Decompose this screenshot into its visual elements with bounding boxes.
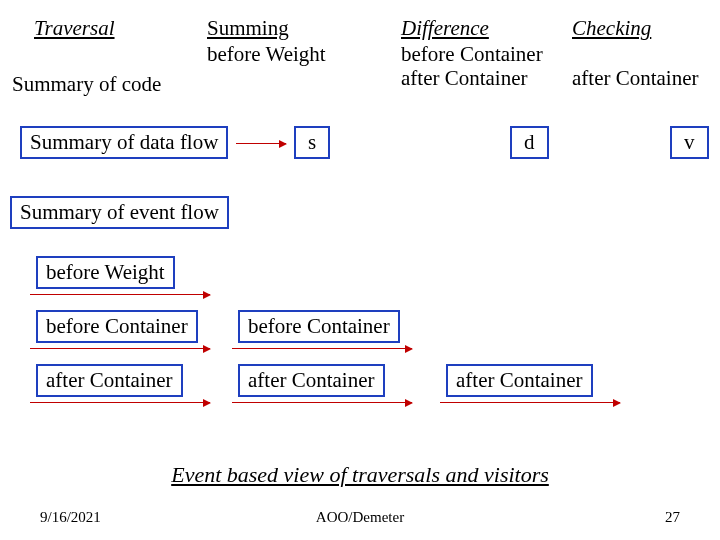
label-after-container-right: after Container: [456, 368, 583, 392]
heading-checking-sub: after Container: [572, 66, 699, 91]
heading-summing: Summing: [207, 16, 289, 41]
box-summary-of-data-flow-label: Summary of data flow: [30, 130, 218, 154]
letter-s: s: [308, 130, 316, 154]
heading-summing-sub: before Weight: [207, 42, 326, 67]
caption-text: Event based view of traversals and visit…: [171, 462, 549, 487]
footer-page: 27: [665, 509, 680, 526]
box-d: d: [510, 126, 549, 159]
arrow-icon: [232, 348, 412, 349]
box-after-container-mid: after Container: [238, 364, 385, 397]
arrow-icon: [30, 402, 210, 403]
box-v: v: [670, 126, 709, 159]
arrow-icon: [232, 402, 412, 403]
footer: 9/16/2021 AOO/Demeter 27: [0, 509, 720, 526]
label-summary-of-code: Summary of code: [12, 72, 161, 97]
heading-difference-sub1: before Container: [401, 42, 543, 67]
label-after-container-mid: after Container: [248, 368, 375, 392]
letter-d: d: [524, 130, 535, 154]
label-after-container-left: after Container: [46, 368, 173, 392]
heading-difference-sub2: after Container: [401, 66, 528, 91]
heading-traversal: Traversal: [34, 16, 115, 41]
caption: Event based view of traversals and visit…: [0, 462, 720, 488]
arrow-icon: [30, 348, 210, 349]
footer-center: AOO/Demeter: [316, 509, 404, 526]
box-summary-of-data-flow: Summary of data flow: [20, 126, 228, 159]
box-s: s: [294, 126, 330, 159]
letter-v: v: [684, 130, 695, 154]
heading-checking: Checking: [572, 16, 651, 41]
box-before-container-right: before Container: [238, 310, 400, 343]
label-before-container-right: before Container: [248, 314, 390, 338]
footer-date: 9/16/2021: [40, 509, 101, 526]
heading-difference: Difference: [401, 16, 489, 41]
box-before-container-left: before Container: [36, 310, 198, 343]
box-after-container-left: after Container: [36, 364, 183, 397]
label-before-container-left: before Container: [46, 314, 188, 338]
arrow-icon: [236, 143, 286, 144]
arrow-icon: [440, 402, 620, 403]
arrow-icon: [30, 294, 210, 295]
label-before-weight: before Weight: [46, 260, 165, 284]
box-summary-of-event-flow: Summary of event flow: [10, 196, 229, 229]
box-summary-of-event-flow-label: Summary of event flow: [20, 200, 219, 224]
box-after-container-right: after Container: [446, 364, 593, 397]
box-before-weight: before Weight: [36, 256, 175, 289]
